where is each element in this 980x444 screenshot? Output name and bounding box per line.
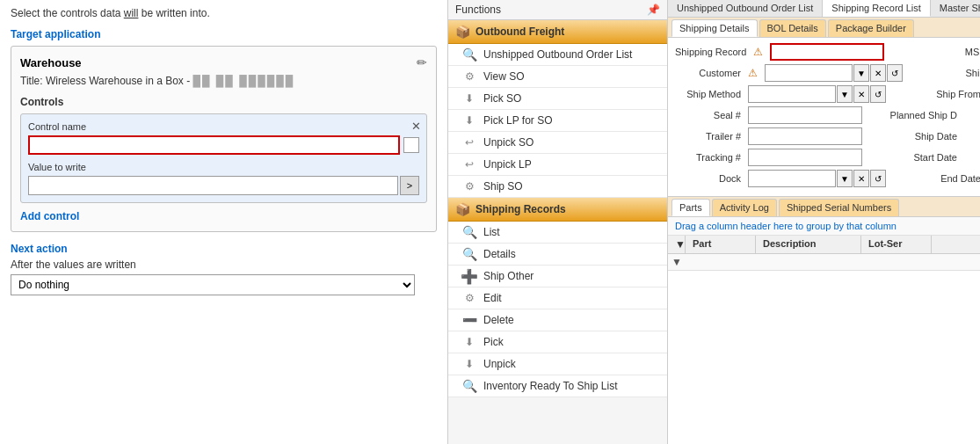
seal-input[interactable] xyxy=(748,106,862,124)
tab-shipping-record-list[interactable]: Shipping Record List xyxy=(823,0,931,17)
menu-item-ship-so[interactable]: ⚙ Ship SO xyxy=(448,176,667,198)
right-panel: Unshipped Outbound Order List Shipping R… xyxy=(668,0,980,444)
ship-to-label: Ship To xyxy=(927,68,980,78)
ship-method-dropdown-group: ▼ ✕ ↺ xyxy=(748,85,886,103)
warehouse-subtitle: Title: Wireless Warehouse in a Box - ██ … xyxy=(20,75,427,87)
tracking-label: Tracking # xyxy=(675,152,741,163)
filter-icon[interactable]: ▼ xyxy=(671,256,682,268)
menu-item-edit[interactable]: ⚙ Edit xyxy=(448,288,667,309)
ship-date-label: Ship Date xyxy=(887,131,957,142)
control-name-input[interactable] xyxy=(28,135,400,155)
control-box: ✕ Control name Value to write > xyxy=(20,113,427,203)
customer-clear-btn[interactable]: ✕ xyxy=(870,64,886,82)
tab-unshipped-outbound[interactable]: Unshipped Outbound Order List xyxy=(668,0,823,17)
th-checkbox: ▼ xyxy=(668,236,686,253)
menu-item-details[interactable]: 🔍 Details xyxy=(448,244,667,266)
ship-method-clear-btn[interactable]: ✕ xyxy=(853,85,869,103)
customer-dropdown-btn[interactable]: ▼ xyxy=(853,64,869,82)
dock-dropdown-btn[interactable]: ▼ xyxy=(837,170,853,187)
start-date-label: Start Date xyxy=(887,152,957,163)
functions-title: Functions xyxy=(455,4,501,16)
menu-item-pick-lp-so[interactable]: ⬇ Pick LP for SO xyxy=(448,110,667,132)
menu-item-list[interactable]: 🔍 List xyxy=(448,222,667,244)
tab-package-builder[interactable]: Package Builder xyxy=(828,19,914,37)
do-nothing-select[interactable]: Do nothing Close Submit xyxy=(11,274,415,295)
value-to-write-input[interactable] xyxy=(28,176,398,195)
filter-row: ▼ xyxy=(668,254,980,271)
end-date-label: End Date xyxy=(911,173,980,184)
menu-item-delete[interactable]: ➖ Delete xyxy=(448,309,667,331)
outbound-freight-icon: 📦 xyxy=(455,25,470,39)
edit-icon[interactable]: ✏ xyxy=(417,55,427,69)
value-btn[interactable]: > xyxy=(400,176,419,195)
customer-input[interactable] xyxy=(765,64,853,82)
unship-icon: ↩ xyxy=(462,157,476,171)
menu-item-ship-other[interactable]: ➕ Ship Other xyxy=(448,266,667,288)
menu-item-label: Pick LP for SO xyxy=(483,114,552,127)
trailer-label: Trailer # xyxy=(675,131,741,142)
right-content: Shipping Details BOL Details Package Bui… xyxy=(668,18,980,444)
tab-shipping-details[interactable]: Shipping Details xyxy=(671,19,758,37)
ship-method-dropdown-btn[interactable]: ▼ xyxy=(837,85,853,103)
tracking-input[interactable] xyxy=(748,149,862,166)
data-area: Parts Activity Log Shipped Serial Number… xyxy=(668,197,980,444)
next-action-label: Next action xyxy=(11,243,437,255)
trailer-input[interactable] xyxy=(748,127,862,145)
tab-parts[interactable]: Parts xyxy=(671,199,710,216)
dock-row: Dock ▼ ✕ ↺ End Date xyxy=(675,170,973,187)
tab-master-ship[interactable]: Master Shi... xyxy=(931,0,980,17)
search-icon: 🔍 xyxy=(462,47,476,62)
tab-bol-details[interactable]: BOL Details xyxy=(759,19,826,37)
shipping-records-group: 📦 Shipping Records 🔍 List 🔍 Details ➕ Sh… xyxy=(448,198,667,397)
dock-clear-btn[interactable]: ✕ xyxy=(853,170,869,187)
gear-icon: ⚙ xyxy=(462,179,476,193)
target-application-label: Target application xyxy=(11,28,437,40)
value-to-write-label: Value to write xyxy=(28,162,419,172)
warehouse-blurred: ██ ██ ██████ xyxy=(193,75,295,87)
menu-item-pick-so[interactable]: ⬇ Pick SO xyxy=(448,88,667,110)
customer-refresh-btn[interactable]: ↺ xyxy=(887,64,903,82)
control-checkbox[interactable] xyxy=(403,137,419,153)
warehouse-header: Warehouse ✏ xyxy=(20,55,427,69)
th-part: Part xyxy=(686,236,756,253)
add-control-link[interactable]: Add control xyxy=(20,210,427,222)
pin-icon[interactable]: 📌 xyxy=(647,4,660,16)
menu-item-unpick-so[interactable]: ↩ Unpick SO xyxy=(448,132,667,154)
planned-ship-label: Planned Ship D xyxy=(887,110,957,120)
warning-icon: ⚠ xyxy=(748,67,758,79)
trailer-row: Trailer # Ship Date xyxy=(675,127,973,145)
ms-label: MS xyxy=(909,47,979,57)
search-icon: 🔍 xyxy=(462,247,476,261)
dock-input[interactable] xyxy=(748,170,836,187)
shipping-record-input[interactable] xyxy=(770,43,884,61)
shipping-record-label: Shipping Record xyxy=(675,47,746,57)
value-row: > xyxy=(28,176,419,195)
warehouse-title: Warehouse xyxy=(20,56,82,69)
menu-item-label: Unpick LP xyxy=(483,158,532,171)
plus-icon: ➕ xyxy=(462,269,476,283)
menu-item-pick[interactable]: ⬇ Pick xyxy=(448,331,667,353)
outbound-freight-group: 📦 Outbound Freight 🔍 Unshipped Outbound … xyxy=(448,20,667,198)
menu-item-unpick-lp[interactable]: ↩ Unpick LP xyxy=(448,154,667,176)
menu-item-label: Edit xyxy=(483,292,502,304)
menu-item-label: Unshipped Outbound Order List xyxy=(483,48,632,61)
dock-refresh-btn[interactable]: ↺ xyxy=(870,170,886,187)
ship-method-refresh-btn[interactable]: ↺ xyxy=(870,85,886,103)
menu-item-label: Unpick SO xyxy=(483,136,534,149)
download-icon: ⬇ xyxy=(462,91,476,106)
menu-item-label: Pick xyxy=(483,336,504,348)
th-lot-ser: Lot-Ser xyxy=(861,236,932,253)
form-area: Shipping Record ⚠ MS Customer ⚠ ▼ ✕ ↺ Sh… xyxy=(668,38,980,197)
menu-item-unpick[interactable]: ⬇ Unpick xyxy=(448,353,667,375)
will-underline: will xyxy=(124,7,139,19)
menu-item-inventory-ready[interactable]: 🔍 Inventory Ready To Ship List xyxy=(448,375,667,397)
tab-activity-log[interactable]: Activity Log xyxy=(712,199,777,216)
tab-shipped-serial[interactable]: Shipped Serial Numbers xyxy=(779,199,899,216)
control-name-label: Control name xyxy=(28,121,419,132)
ship-method-input[interactable] xyxy=(748,85,836,103)
close-button[interactable]: ✕ xyxy=(411,120,421,133)
tracking-row: Tracking # Start Date xyxy=(675,149,973,166)
menu-item-unshipped-order-list[interactable]: 🔍 Unshipped Outbound Order List xyxy=(448,44,667,66)
data-tabs: Parts Activity Log Shipped Serial Number… xyxy=(668,197,980,217)
menu-item-view-so[interactable]: ⚙ View SO xyxy=(448,66,667,88)
